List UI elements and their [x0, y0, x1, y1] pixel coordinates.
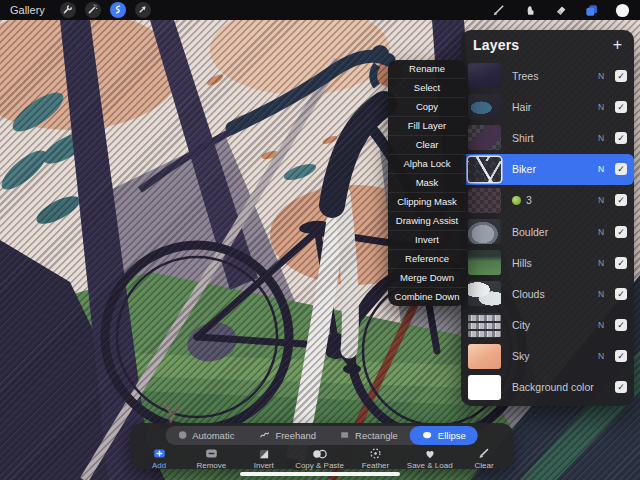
layers-panel: Layers + TreesN✓HairN✓ShirtN✓BikerN✓3N✓B…: [461, 30, 634, 406]
layer-visibility-checkbox[interactable]: ✓: [615, 257, 627, 269]
action-label: Invert: [254, 461, 274, 470]
transform-arrow-tool-button[interactable]: [135, 2, 151, 18]
wrench-tool-button[interactable]: [60, 2, 76, 18]
freehand-squiggle-icon: [258, 430, 270, 442]
menu-item-clear[interactable]: Clear: [388, 135, 466, 154]
layers-stack-tool-button[interactable]: [584, 3, 599, 18]
home-indicator[interactable]: [240, 472, 400, 476]
mode-rectangle[interactable]: Rectangle: [328, 426, 410, 445]
green-ball-icon: [512, 196, 521, 205]
menu-item-clipping-mask[interactable]: Clipping Mask: [388, 192, 466, 211]
layer-visibility-checkbox[interactable]: ✓: [615, 226, 627, 238]
layer-row-biker[interactable]: BikerN✓: [461, 154, 634, 185]
layer-thumbnail[interactable]: [468, 125, 501, 150]
blend-mode-badge[interactable]: N: [594, 351, 608, 361]
layer-row-trees[interactable]: TreesN✓: [461, 60, 634, 91]
layer-row-background-color[interactable]: Background color✓: [461, 372, 634, 403]
selection-s-tool-button[interactable]: [110, 2, 126, 18]
gallery-button[interactable]: Gallery: [10, 4, 45, 16]
menu-item-reference[interactable]: Reference: [388, 249, 466, 268]
layer-visibility-checkbox[interactable]: ✓: [615, 163, 627, 175]
layer-visibility-checkbox[interactable]: ✓: [615, 381, 627, 393]
action-copy-paste[interactable]: Copy & Paste: [295, 447, 344, 470]
action-label: Clear: [474, 461, 493, 470]
menu-item-rename[interactable]: Rename: [388, 60, 466, 78]
action-clear[interactable]: Clear: [463, 447, 505, 470]
blend-mode-badge[interactable]: N: [594, 320, 608, 330]
layer-visibility-checkbox[interactable]: ✓: [615, 194, 627, 206]
blend-mode-badge[interactable]: N: [594, 258, 608, 268]
layer-row-sky[interactable]: SkyN✓: [461, 341, 634, 372]
blend-mode-badge[interactable]: N: [594, 133, 608, 143]
transform-arrow-icon: [137, 1, 148, 19]
layer-row-clouds[interactable]: CloudsN✓: [461, 278, 634, 309]
layer-row-3[interactable]: 3N✓: [461, 185, 634, 216]
adjustments-wand-icon: [87, 1, 98, 19]
layer-row-boulder[interactable]: BoulderN✓: [461, 216, 634, 247]
layer-name: Background color: [512, 381, 594, 393]
menu-item-combine-down[interactable]: Combine Down: [388, 287, 466, 306]
layer-row-shirt[interactable]: ShirtN✓: [461, 122, 634, 153]
action-feather[interactable]: Feather: [354, 447, 396, 470]
layer-thumbnail[interactable]: [468, 188, 501, 213]
layer-thumbnail[interactable]: [468, 344, 501, 369]
mode-label: Automatic: [192, 430, 234, 441]
layer-row-city[interactable]: CityN✓: [461, 310, 634, 341]
layer-name: Trees: [512, 70, 594, 82]
layer-name: Hair: [512, 101, 594, 113]
layer-name: City: [512, 319, 594, 331]
invert-square-icon: [258, 447, 270, 460]
action-label: Save & Load: [407, 461, 453, 470]
layer-row-hills[interactable]: HillsN✓: [461, 247, 634, 278]
layer-name: Biker: [512, 163, 594, 175]
remove-minus-icon: [205, 447, 218, 460]
menu-item-drawing-assist[interactable]: Drawing Assist: [388, 211, 466, 230]
layer-thumbnail[interactable]: [468, 157, 501, 182]
layer-thumbnail[interactable]: [468, 281, 501, 306]
action-add[interactable]: Add: [138, 447, 180, 470]
layer-thumbnail[interactable]: [468, 63, 501, 88]
menu-item-alpha-lock[interactable]: Alpha Lock: [388, 154, 466, 173]
brush-tool-button[interactable]: [491, 3, 506, 18]
action-save-load[interactable]: Save & Load: [407, 447, 453, 470]
menu-item-fill-layer[interactable]: Fill Layer: [388, 116, 466, 135]
add-layer-button[interactable]: +: [613, 37, 622, 53]
layer-thumbnail[interactable]: [468, 375, 501, 400]
layer-visibility-checkbox[interactable]: ✓: [615, 132, 627, 144]
mode-freehand[interactable]: Freehand: [246, 426, 328, 445]
blend-mode-badge[interactable]: N: [594, 102, 608, 112]
color-disc-tool-button[interactable]: [615, 3, 630, 18]
layer-visibility-checkbox[interactable]: ✓: [615, 350, 627, 362]
layer-thumbnail[interactable]: [468, 219, 501, 244]
blend-mode-badge[interactable]: N: [594, 289, 608, 299]
menu-item-select[interactable]: Select: [388, 78, 466, 97]
adjustments-wand-tool-button[interactable]: [85, 2, 101, 18]
layer-visibility-checkbox[interactable]: ✓: [615, 70, 627, 82]
layer-thumbnail[interactable]: [468, 94, 501, 119]
layer-visibility-checkbox[interactable]: ✓: [615, 319, 627, 331]
menu-item-copy[interactable]: Copy: [388, 97, 466, 116]
copy-paste-circles-icon: [312, 447, 327, 460]
blend-mode-badge[interactable]: N: [594, 195, 608, 205]
blend-mode-badge[interactable]: N: [594, 227, 608, 237]
layers-panel-title: Layers: [473, 37, 519, 53]
layer-visibility-checkbox[interactable]: ✓: [615, 288, 627, 300]
mode-automatic[interactable]: Automatic: [165, 426, 246, 445]
action-invert[interactable]: Invert: [243, 447, 285, 470]
eraser-tool-button[interactable]: [553, 3, 568, 18]
layer-visibility-checkbox[interactable]: ✓: [615, 101, 627, 113]
layer-name: Hills: [512, 257, 594, 269]
menu-item-invert[interactable]: Invert: [388, 230, 466, 249]
menu-item-merge-down[interactable]: Merge Down: [388, 268, 466, 287]
smudge-finger-tool-button[interactable]: [522, 3, 537, 18]
mode-ellipse[interactable]: Ellipse: [410, 426, 478, 445]
action-label: Remove: [196, 461, 226, 470]
menu-item-mask[interactable]: Mask: [388, 173, 466, 192]
blend-mode-badge[interactable]: N: [594, 164, 608, 174]
feather-dotted-circle-icon: [369, 447, 382, 460]
layer-thumbnail[interactable]: [468, 250, 501, 275]
blend-mode-badge[interactable]: N: [594, 71, 608, 81]
layer-row-hair[interactable]: HairN✓: [461, 91, 634, 122]
action-remove[interactable]: Remove: [190, 447, 232, 470]
layer-thumbnail[interactable]: [468, 313, 501, 338]
